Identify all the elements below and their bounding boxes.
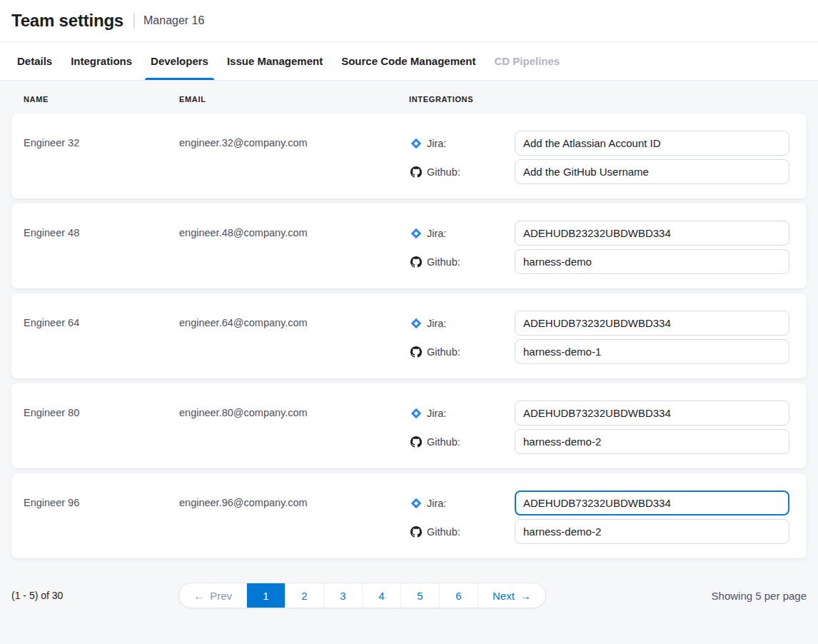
integrations-cell: Jira: Github: <box>409 401 789 458</box>
developer-list: Engineer 32 engineer.32@company.com Jira… <box>11 114 807 558</box>
jira-label: Jira: <box>427 138 446 149</box>
jira-label: Jira: <box>427 318 446 329</box>
developer-row: Engineer 48 engineer.48@company.com Jira… <box>11 203 807 288</box>
developer-email: engineer.32@company.com <box>179 131 409 149</box>
pagination: ← Prev 123456 Next → <box>178 583 546 608</box>
tab-cd-pipelines: CD Pipelines <box>489 42 566 80</box>
github-icon <box>410 346 422 358</box>
page-button-3[interactable]: 3 <box>323 583 362 608</box>
developer-row: Engineer 96 engineer.96@company.com Jira… <box>11 473 807 558</box>
prev-label: Prev <box>210 590 232 602</box>
github-label: Github: <box>427 436 460 448</box>
pagination-range: (1 - 5) of 30 <box>11 590 63 601</box>
jira-label: Jira: <box>427 408 446 419</box>
github-username-input[interactable] <box>515 519 789 544</box>
tab-source-code-management[interactable]: Source Code Management <box>335 42 481 80</box>
jira-account-id-input[interactable] <box>515 490 789 515</box>
page-buttons: 123456 <box>246 583 478 608</box>
github-username-input[interactable] <box>515 159 789 184</box>
developer-name: Engineer 48 <box>24 221 179 238</box>
github-icon <box>410 526 422 538</box>
tab-details[interactable]: Details <box>11 42 58 80</box>
developer-name: Engineer 80 <box>24 401 179 418</box>
column-header-name: NAME <box>24 95 179 104</box>
jira-label: Jira: <box>427 498 446 509</box>
page-button-2[interactable]: 2 <box>285 583 323 608</box>
developer-email: engineer.96@company.com <box>179 490 409 508</box>
team-settings-page: Team settings Manager 16 Details Integra… <box>0 0 818 644</box>
developer-email: engineer.64@company.com <box>179 311 409 328</box>
integrations-cell: Jira: Github: <box>409 221 789 278</box>
tab-developers[interactable]: Developers <box>145 42 214 80</box>
next-label: Next <box>493 590 515 602</box>
github-label: Github: <box>427 166 460 178</box>
jira-label: Jira: <box>427 228 446 239</box>
jira-icon <box>410 138 422 149</box>
prev-button[interactable]: ← Prev <box>179 583 246 608</box>
developer-row: Engineer 80 engineer.80@company.com Jira… <box>11 383 807 468</box>
developer-name: Engineer 96 <box>24 490 179 508</box>
jira-icon <box>410 498 422 509</box>
left-arrow-icon: ← <box>193 590 204 602</box>
tab-bar: Details Integrations Developers Issue Ma… <box>0 42 818 81</box>
page-header: Team settings Manager 16 <box>0 0 818 42</box>
developers-panel: NAME EMAIL INTEGRATIONS Engineer 32 engi… <box>0 81 818 563</box>
developer-email: engineer.80@company.com <box>179 401 409 418</box>
jira-account-id-input[interactable] <box>515 221 789 246</box>
github-icon <box>410 436 422 448</box>
github-label: Github: <box>427 256 460 268</box>
table-header: NAME EMAIL INTEGRATIONS <box>11 95 807 104</box>
page-subtitle: Manager 16 <box>143 14 204 27</box>
tab-integrations[interactable]: Integrations <box>65 42 138 80</box>
github-icon <box>410 256 422 268</box>
github-label: Github: <box>427 346 460 358</box>
jira-account-id-input[interactable] <box>515 131 789 156</box>
developer-row: Engineer 64 engineer.64@company.com Jira… <box>11 293 807 378</box>
github-username-input[interactable] <box>515 249 789 274</box>
developer-name: Engineer 32 <box>24 131 179 149</box>
pagination-bar: (1 - 5) of 30 ← Prev 123456 Next → Showi… <box>0 583 818 608</box>
jira-account-id-input[interactable] <box>515 311 789 336</box>
integrations-cell: Jira: Github: <box>409 131 789 188</box>
developer-row: Engineer 32 engineer.32@company.com Jira… <box>11 114 807 198</box>
github-username-input[interactable] <box>515 429 789 454</box>
jira-account-id-input[interactable] <box>515 401 789 426</box>
github-icon <box>410 166 422 178</box>
page-button-4[interactable]: 4 <box>362 583 400 608</box>
page-title: Team settings <box>11 11 123 31</box>
github-username-input[interactable] <box>515 339 789 364</box>
jira-icon <box>410 408 422 419</box>
tab-issue-management[interactable]: Issue Management <box>221 42 328 80</box>
per-page-text: Showing 5 per page <box>712 590 807 602</box>
jira-icon <box>410 318 422 329</box>
next-button[interactable]: Next → <box>478 583 545 608</box>
page-button-6[interactable]: 6 <box>439 583 478 608</box>
integrations-cell: Jira: Github: <box>409 311 789 368</box>
title-divider <box>133 13 135 29</box>
developer-name: Engineer 64 <box>24 311 179 328</box>
right-arrow-icon: → <box>520 590 531 602</box>
integrations-cell: Jira: Github: <box>409 490 789 548</box>
column-header-email: EMAIL <box>179 95 409 104</box>
jira-icon <box>410 228 422 239</box>
developer-email: engineer.48@company.com <box>179 221 409 238</box>
column-header-integrations: INTEGRATIONS <box>409 95 789 104</box>
github-label: Github: <box>427 526 460 538</box>
page-button-5[interactable]: 5 <box>400 583 439 608</box>
page-button-1[interactable]: 1 <box>246 583 285 608</box>
